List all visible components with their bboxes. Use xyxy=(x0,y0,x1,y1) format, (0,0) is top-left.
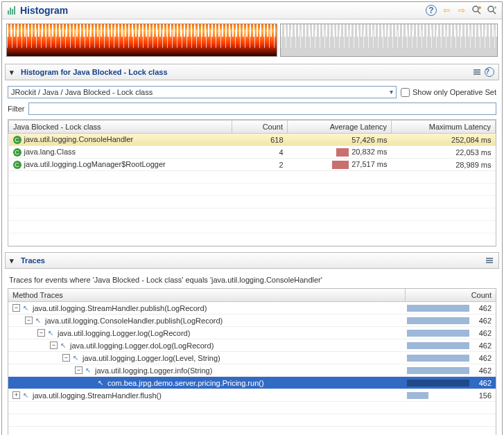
expander-icon[interactable]: − xyxy=(75,366,82,374)
timeline-selected[interactable] xyxy=(6,24,277,57)
svg-rect-11 xyxy=(473,73,480,75)
count-value: 462 xyxy=(479,329,492,337)
trace-row[interactable]: −↖java.util.logging.StreamHandler.publis… xyxy=(8,302,496,314)
method-name: java.util.logging.ConsoleHandler.publish… xyxy=(45,317,223,325)
count-value: 462 xyxy=(479,366,492,375)
table-row[interactable]: Cjava.lang.Class420,832 ms22,053 ms xyxy=(9,146,496,159)
method-icon: ↖ xyxy=(35,317,42,324)
operative-set-input[interactable] xyxy=(401,88,410,97)
help-button[interactable]: ? xyxy=(426,5,437,16)
method-icon: ↖ xyxy=(48,329,55,337)
count-value: 156 xyxy=(479,391,492,400)
svg-rect-9 xyxy=(473,69,480,71)
trace-row[interactable]: −↖java.util.logging.Logger.doLog(LogReco… xyxy=(8,339,496,352)
timeline-overview xyxy=(2,19,502,61)
count-cell: 618 xyxy=(232,134,288,146)
trace-row[interactable]: −↖java.util.logging.Logger.info(String)4… xyxy=(8,364,496,377)
section-view-button[interactable] xyxy=(485,256,494,265)
histogram-icon xyxy=(6,5,17,16)
title-bar: Histogram ? ⇦ ⇨ xyxy=(2,2,502,19)
class-name: java.util.logging.ConsoleHandler xyxy=(24,135,134,143)
nav-back-button[interactable]: ⇦ xyxy=(441,5,452,16)
max-cell: 252,084 ms xyxy=(392,134,496,146)
max-cell: 22,053 ms xyxy=(392,146,496,159)
class-icon: C xyxy=(13,148,21,157)
section-help-button[interactable]: ? xyxy=(485,67,494,77)
count-value: 462 xyxy=(479,341,492,350)
histogram-section-header[interactable]: ▾ Histogram for Java Blocked - Lock clas… xyxy=(5,64,499,80)
breadcrumb-select[interactable]: JRockit / Java / Java Blocked - Lock cla… xyxy=(8,86,397,98)
nav-forward-button[interactable]: ⇨ xyxy=(456,5,467,16)
filter-input[interactable] xyxy=(28,103,496,115)
trace-row[interactable]: −↖java.util.logging.Logger.log(Level, St… xyxy=(8,352,496,364)
count-value: 462 xyxy=(479,379,492,387)
twisty-down-icon: ▾ xyxy=(10,68,18,77)
class-icon: C xyxy=(13,136,21,144)
class-icon: C xyxy=(13,161,21,169)
expander-icon[interactable]: − xyxy=(25,317,33,324)
method-icon: ↖ xyxy=(60,341,67,349)
trace-row[interactable]: +↖java.util.logging.StreamHandler.flush(… xyxy=(8,389,496,402)
method-name: java.util.logging.Logger.log(Level, Stri… xyxy=(82,354,220,362)
timeline-rest[interactable] xyxy=(280,24,498,57)
zoom-person-button[interactable] xyxy=(471,5,483,16)
method-name: java.util.logging.Logger.log(LogRecord) xyxy=(58,329,190,337)
col-count[interactable]: Count xyxy=(232,121,288,134)
trace-row[interactable]: −↖java.util.logging.Logger.log(LogRecord… xyxy=(8,327,496,339)
traces-table: Method Traces Count −↖java.util.logging.… xyxy=(8,288,496,435)
filter-label: Filter xyxy=(8,105,24,113)
help-icon: ? xyxy=(485,67,494,77)
expander-icon[interactable]: − xyxy=(37,329,45,337)
method-icon: ↖ xyxy=(98,379,105,387)
help-icon: ? xyxy=(426,5,437,16)
avg-cell: 27,517 ms xyxy=(288,159,392,171)
svg-rect-0 xyxy=(8,10,9,15)
traces-section-header[interactable]: ▾ Traces xyxy=(5,252,499,269)
table-row[interactable]: Cjava.util.logging.LogManager$RootLogger… xyxy=(9,159,496,171)
method-name: java.util.logging.Logger.info(String) xyxy=(95,366,212,375)
traces-description: Traces for events where 'Java Blocked - … xyxy=(2,272,502,288)
section-title: Traces xyxy=(21,256,45,265)
expander-icon[interactable]: − xyxy=(12,304,20,312)
svg-line-8 xyxy=(493,11,496,14)
count-value: 462 xyxy=(479,317,492,325)
svg-point-4 xyxy=(473,6,478,12)
expander-icon[interactable]: − xyxy=(62,354,70,362)
settings-button[interactable] xyxy=(487,5,498,16)
count-value: 462 xyxy=(479,304,492,312)
operative-set-label: Show only Operative Set xyxy=(412,88,496,96)
expander-icon[interactable]: − xyxy=(50,341,58,349)
col-avg[interactable]: Average Latency xyxy=(288,121,392,134)
method-name: com.bea.jrpg.demo.server.pricing.Pricing… xyxy=(107,379,264,387)
col-count[interactable]: Count xyxy=(406,289,496,301)
svg-rect-10 xyxy=(473,71,480,73)
svg-rect-13 xyxy=(486,260,493,261)
avg-cell: 57,426 ms xyxy=(288,134,392,146)
method-icon: ↖ xyxy=(73,354,80,362)
class-name: java.util.logging.LogManager$RootLogger xyxy=(24,160,166,168)
svg-rect-2 xyxy=(12,9,13,15)
class-name: java.lang.Class xyxy=(24,148,76,156)
page-title: Histogram xyxy=(20,5,426,16)
section-view-button[interactable] xyxy=(472,67,482,77)
method-icon: ↖ xyxy=(23,304,30,312)
method-name: java.util.logging.StreamHandler.publish(… xyxy=(33,304,207,312)
trace-row[interactable]: −↖java.util.logging.ConsoleHandler.publi… xyxy=(8,314,496,327)
method-name: java.util.logging.Logger.doLog(LogRecord… xyxy=(70,341,214,350)
table-row[interactable]: Cjava.util.logging.ConsoleHandler61857,4… xyxy=(9,134,496,146)
col-max[interactable]: Maximum Latency xyxy=(392,121,496,134)
method-icon: ↖ xyxy=(85,366,92,374)
trace-row[interactable]: ↖com.bea.jrpg.demo.server.pricing.Pricin… xyxy=(8,377,496,389)
operative-set-checkbox[interactable]: Show only Operative Set xyxy=(401,88,496,97)
col-class[interactable]: Java Blocked - Lock class xyxy=(9,121,232,134)
count-cell: 4 xyxy=(232,146,288,159)
col-method[interactable]: Method Traces xyxy=(8,289,406,301)
max-cell: 28,989 ms xyxy=(392,159,496,171)
twisty-down-icon: ▾ xyxy=(10,256,18,265)
svg-line-5 xyxy=(478,11,480,14)
expander-icon[interactable]: + xyxy=(12,391,20,399)
method-icon: ↖ xyxy=(23,391,30,399)
histogram-table: Java Blocked - Lock class Count Average … xyxy=(8,119,496,247)
avg-cell: 20,832 ms xyxy=(288,146,392,159)
svg-point-7 xyxy=(488,6,494,12)
